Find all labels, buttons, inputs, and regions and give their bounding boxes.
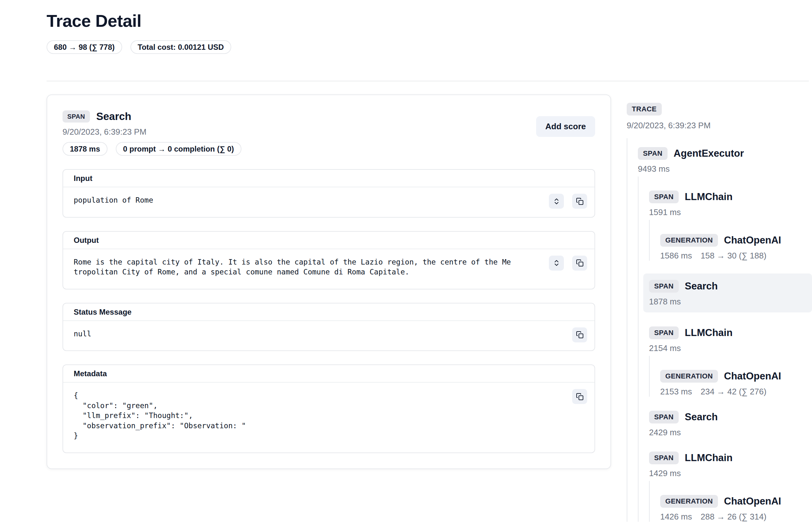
trace-type-badge: TRACE (627, 103, 662, 116)
node-type-badge: SPAN (649, 190, 679, 203)
observation-token-usage-badge: 0 prompt → 0 completion (∑ 0) (116, 142, 242, 156)
input-expand-button[interactable] (549, 194, 564, 209)
tree-group: SPANLLMChain1591 msGENERATIONChatOpenAI1… (638, 176, 812, 522)
node-type-badge: SPAN (649, 451, 679, 464)
node-metrics: 1878 ms (649, 297, 812, 307)
tree-group: GENERATIONChatOpenAI1426 ms288 → 26 (∑ 3… (649, 481, 812, 522)
tree-node-chatopenai[interactable]: GENERATIONChatOpenAI2153 ms234 → 42 (∑ 2… (660, 369, 812, 397)
node-type-badge: GENERATION (660, 234, 718, 247)
node-type-badge: GENERATION (660, 495, 718, 508)
tree-node-chatopenai[interactable]: GENERATIONChatOpenAI1586 ms158 → 30 (∑ 1… (660, 233, 812, 261)
tree-node: SPANLLMChain2154 msGENERATIONChatOpenAI2… (649, 325, 812, 397)
copy-icon (576, 331, 584, 339)
tree-node: GENERATIONChatOpenAI2153 ms234 → 42 (∑ 2… (660, 369, 812, 397)
node-name: AgentExecutor (673, 148, 744, 159)
node-type-badge: GENERATION (660, 370, 718, 383)
node-name: LLMChain (685, 191, 733, 203)
trace-tree: SPANAgentExecutor9493 msSPANLLMChain1591… (627, 138, 812, 522)
status-message-section: Status Message null (62, 303, 595, 351)
node-duration: 9493 ms (638, 164, 670, 174)
node-type-badge: SPAN (649, 327, 679, 339)
node-metrics: 1426 ms288 → 26 (∑ 314) (660, 512, 812, 522)
output-expand-button[interactable] (549, 256, 564, 271)
node-duration: 2429 ms (649, 427, 681, 437)
input-section: Input population of Rome (62, 169, 595, 218)
node-metrics: 2153 ms234 → 42 (∑ 276) (660, 386, 812, 397)
tree-node-llmchain[interactable]: SPANLLMChain1591 ms (649, 189, 812, 217)
node-duration: 1878 ms (649, 297, 681, 307)
tree-node: SPANAgentExecutor9493 msSPANLLMChain1591… (638, 146, 812, 522)
tree-group: GENERATIONChatOpenAI1586 ms158 → 30 (∑ 1… (649, 220, 812, 261)
node-metrics: 9493 ms (638, 164, 812, 174)
status-message-title: Status Message (63, 303, 594, 321)
trace-timestamp: 9/20/2023, 6:39:23 PM (627, 120, 812, 130)
status-copy-button[interactable] (572, 327, 587, 342)
tree-node: SPANLLMChain1591 msGENERATIONChatOpenAI1… (649, 189, 812, 261)
tree-node-llmchain[interactable]: SPANLLMChain2154 ms (649, 325, 812, 353)
tree-node: SPANSearch1878 ms (649, 273, 812, 312)
node-metrics: 2429 ms (649, 427, 812, 437)
copy-icon (576, 393, 584, 401)
node-token-usage: 288 → 26 (∑ 314) (701, 512, 766, 522)
header-divider (46, 81, 809, 81)
input-section-title: Input (63, 170, 594, 187)
node-name: LLMChain (685, 327, 733, 339)
node-metrics: 1586 ms158 → 30 (∑ 188) (660, 250, 812, 261)
observation-detail-card: SPAN Search 9/20/2023, 6:39:23 PM 1878 m… (46, 95, 611, 469)
node-type-badge: SPAN (649, 280, 679, 292)
copy-icon (576, 259, 584, 267)
node-name: ChatOpenAI (724, 496, 781, 507)
tree-node: SPANSearch2429 ms (649, 410, 812, 437)
node-name: Search (685, 411, 717, 423)
trace-summary-badges: 680 → 98 (∑ 778) Total cost: 0.00121 USD (46, 40, 611, 54)
tree-node-chatopenai[interactable]: GENERATIONChatOpenAI1426 ms288 → 26 (∑ 3… (660, 494, 812, 522)
tree-node: GENERATIONChatOpenAI1426 ms288 → 26 (∑ 3… (660, 494, 812, 522)
tree-group: GENERATIONChatOpenAI2153 ms234 → 42 (∑ 2… (649, 356, 812, 397)
page-title: Trace Detail (46, 11, 611, 31)
copy-icon (576, 198, 584, 205)
node-name: ChatOpenAI (724, 234, 781, 246)
observation-header: SPAN Search 9/20/2023, 6:39:23 PM 1878 m… (62, 111, 595, 156)
chevrons-up-down-icon (553, 198, 560, 205)
trace-tree-panel: TRACE 9/20/2023, 6:39:23 PM SPANAgentExe… (627, 103, 812, 531)
metadata-section: Metadata { "color": "green", "llm_prefix… (62, 364, 595, 453)
tree-node: SPANLLMChain1429 msGENERATIONChatOpenAI1… (649, 450, 812, 522)
node-type-badge: SPAN (649, 411, 679, 424)
tree-node: GENERATIONChatOpenAI1586 ms158 → 30 (∑ 1… (660, 233, 812, 261)
node-metrics: 1591 ms (649, 207, 812, 217)
observation-header-left: SPAN Search 9/20/2023, 6:39:23 PM 1878 m… (62, 111, 242, 156)
trace-total-cost-badge: Total cost: 0.00121 USD (130, 40, 231, 54)
tree-node-search[interactable]: SPANSearch1878 ms (643, 273, 812, 312)
tree-node-search[interactable]: SPANSearch2429 ms (649, 410, 812, 437)
node-name: LLMChain (685, 452, 733, 464)
node-name: ChatOpenAI (724, 371, 781, 382)
page-header: Trace Detail 680 → 98 (∑ 778) Total cost… (46, 0, 611, 54)
chevrons-up-down-icon (553, 259, 560, 267)
node-token-usage: 158 → 30 (∑ 188) (701, 250, 766, 261)
observation-badges: 1878 ms 0 prompt → 0 completion (∑ 0) (62, 142, 242, 156)
input-copy-button[interactable] (572, 194, 587, 209)
metadata-title: Metadata (63, 365, 594, 383)
node-name: Search (685, 281, 717, 292)
tree-node-agentexecutor[interactable]: SPANAgentExecutor9493 ms (638, 146, 812, 174)
output-section-title: Output (63, 232, 594, 249)
node-type-badge: SPAN (638, 147, 668, 160)
observation-timestamp: 9/20/2023, 6:39:23 PM (62, 127, 242, 137)
node-duration: 1429 ms (649, 468, 681, 478)
metadata-content: { "color": "green", "llm_prefix": "Thoug… (74, 391, 513, 441)
observation-type-badge: SPAN (62, 111, 90, 123)
metadata-copy-button[interactable] (572, 389, 587, 404)
tree-node-llmchain[interactable]: SPANLLMChain1429 ms (649, 450, 812, 478)
input-content: population of Rome (74, 195, 513, 205)
node-metrics: 2154 ms (649, 343, 812, 353)
add-score-button[interactable]: Add score (536, 116, 595, 137)
node-duration: 2154 ms (649, 343, 681, 353)
node-duration: 1591 ms (649, 207, 681, 217)
node-duration: 2153 ms (660, 386, 692, 397)
latency-badge: 1878 ms (62, 142, 107, 156)
node-duration: 1586 ms (660, 250, 692, 261)
tree-group: SPANAgentExecutor9493 msSPANLLMChain1591… (627, 138, 812, 522)
output-copy-button[interactable] (572, 256, 587, 271)
trace-token-usage-badge: 680 → 98 (∑ 778) (46, 40, 122, 54)
output-section: Output Rome is the capital city of Italy… (62, 231, 595, 289)
